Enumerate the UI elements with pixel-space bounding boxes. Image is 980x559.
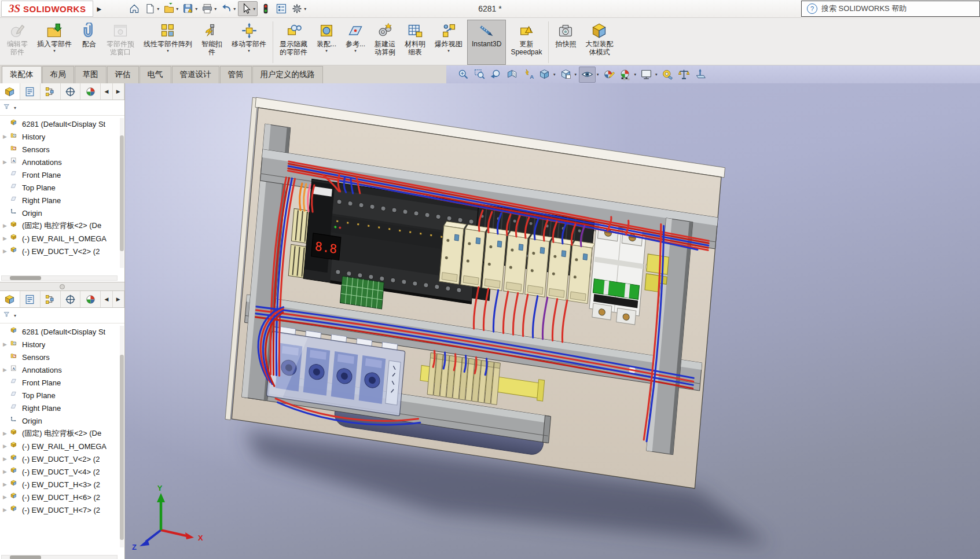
tree-item[interactable]: ▶(固定) 电控背板<2> (De bbox=[0, 427, 124, 440]
tab-layout[interactable]: 布局 bbox=[42, 66, 74, 83]
panel-scroll-right-button[interactable]: ▶ bbox=[113, 291, 124, 307]
insert-component-button[interactable]: 插入零部件▾ bbox=[32, 20, 76, 65]
tree-item[interactable]: ▶(-) EW_DUCT_V<2> (2 bbox=[0, 453, 124, 465]
expand-arrow-icon[interactable]: ▶ bbox=[2, 223, 8, 229]
dropdown-caret-icon[interactable]: ▾ bbox=[655, 72, 658, 77]
displaymanager-tab[interactable] bbox=[80, 291, 101, 307]
horizontal-scrollbar[interactable] bbox=[1, 275, 118, 281]
show-hidden-components-button[interactable]: 显示隐藏 的零部件 bbox=[275, 20, 312, 65]
tree-item[interactable]: Right Plane bbox=[0, 402, 124, 414]
dropdown-caret-icon[interactable]: ▾ bbox=[233, 6, 236, 12]
expand-arrow-icon[interactable]: ▶ bbox=[2, 367, 8, 373]
dropdown-caret-icon[interactable]: ▾ bbox=[248, 49, 250, 53]
tree-item[interactable]: ▶(-) EW_RAIL_H_OMEGA bbox=[0, 232, 124, 245]
menu-expand-arrow-icon[interactable]: ▶ bbox=[97, 6, 101, 12]
open-button[interactable]: ▾ bbox=[162, 2, 180, 16]
filter-caret-icon[interactable]: ▾ bbox=[14, 313, 16, 318]
expand-arrow-icon[interactable]: ▶ bbox=[2, 469, 8, 475]
tab-user-defined-routes[interactable]: 用户定义的线路 bbox=[252, 66, 324, 83]
zoom-to-fit-button[interactable] bbox=[456, 67, 471, 82]
save-button[interactable]: ▾ bbox=[181, 2, 199, 16]
instant3d-move-button[interactable] bbox=[692, 67, 708, 82]
panel-scroll-right-button[interactable]: ▶ bbox=[113, 83, 124, 100]
tree-item[interactable]: Sensors bbox=[0, 351, 124, 363]
tab-tubing[interactable]: 管筒 bbox=[220, 66, 252, 83]
panel-scroll-left-button[interactable]: ◀ bbox=[101, 83, 112, 100]
expand-arrow-icon[interactable]: ▶ bbox=[2, 236, 8, 241]
dropdown-caret-icon[interactable]: ▾ bbox=[553, 72, 556, 77]
dimxpertmanager-tab[interactable] bbox=[61, 291, 81, 307]
expand-arrow-icon[interactable]: ▶ bbox=[2, 443, 8, 449]
dropdown-caret-icon[interactable]: ▾ bbox=[176, 6, 178, 12]
dropdown-caret-icon[interactable]: ▾ bbox=[325, 49, 328, 53]
tree-item[interactable]: ▶(-) EW_DUCT_H<3> (2 bbox=[0, 478, 124, 491]
dropdown-caret-icon[interactable]: ▾ bbox=[167, 49, 169, 53]
dropdown-caret-icon[interactable]: ▾ bbox=[304, 6, 306, 12]
expand-arrow-icon[interactable]: ▶ bbox=[2, 507, 8, 513]
displaymanager-tab[interactable] bbox=[80, 83, 101, 100]
apply-scene-button[interactable] bbox=[618, 67, 633, 82]
tab-routing-piping[interactable]: 管道设计 bbox=[172, 66, 219, 83]
expand-arrow-icon[interactable]: ▶ bbox=[2, 341, 8, 347]
tree-item[interactable]: Origin bbox=[0, 414, 124, 427]
tree-item[interactable]: ▶(-) EW_DUCT_H<7> (2 bbox=[0, 503, 124, 516]
mate-button[interactable]: 配合 bbox=[76, 20, 102, 65]
dropdown-caret-icon[interactable]: ▾ bbox=[354, 49, 357, 53]
vertical-scrollbar[interactable] bbox=[120, 326, 124, 547]
expand-arrow-icon[interactable]: ▶ bbox=[2, 248, 8, 254]
measure-button[interactable] bbox=[660, 67, 676, 82]
tree-item[interactable]: ▶AAnnotations bbox=[0, 363, 124, 376]
tree-item[interactable]: ▶(-) EW_RAIL_H_OMEGA bbox=[0, 440, 124, 453]
tree-item[interactable]: ▶(固定) 电控背板<2> (De bbox=[0, 219, 124, 232]
tree-item[interactable]: 6281 (Default<Display St bbox=[0, 325, 124, 338]
expand-arrow-icon[interactable]: ▶ bbox=[2, 159, 8, 165]
expand-arrow-icon[interactable]: ▶ bbox=[2, 456, 8, 462]
previous-view-button[interactable] bbox=[488, 67, 504, 82]
dimxpertmanager-tab[interactable] bbox=[61, 83, 81, 100]
configurationmanager-tab[interactable] bbox=[41, 291, 61, 307]
move-component-button[interactable]: 移动零部件▾ bbox=[227, 20, 271, 65]
panel-scroll-left-button[interactable]: ◀ bbox=[101, 291, 112, 307]
dropdown-caret-icon[interactable]: ▾ bbox=[253, 6, 255, 12]
hide-show-items-button[interactable] bbox=[579, 67, 596, 83]
large-assembly-mode-button[interactable]: 大型装配 体模式 bbox=[581, 20, 618, 65]
dropdown-caret-icon[interactable]: ▾ bbox=[214, 6, 216, 12]
dropdown-caret-icon[interactable]: ▾ bbox=[447, 49, 450, 53]
view-orientation-button[interactable] bbox=[537, 67, 552, 82]
tab-sketch[interactable]: 草图 bbox=[75, 66, 107, 83]
expand-arrow-icon[interactable]: ▶ bbox=[2, 494, 8, 500]
featuremanager-tab[interactable] bbox=[0, 291, 20, 307]
featuremanager-tab[interactable] bbox=[0, 83, 20, 100]
performance-evaluation-button[interactable] bbox=[258, 2, 273, 16]
tree-item[interactable]: ▶(-) EW_DUCT_V<2> (2 bbox=[0, 245, 124, 258]
section-view-button[interactable] bbox=[504, 67, 520, 82]
view-settings-button[interactable] bbox=[638, 67, 654, 82]
tree-item[interactable]: Origin bbox=[0, 207, 124, 219]
edit-appearance-button[interactable] bbox=[601, 67, 617, 82]
tree-filter[interactable]: ▾ bbox=[0, 100, 124, 116]
tree-item[interactable]: ▶(-) EW_DUCT_H<6> (2 bbox=[0, 491, 124, 503]
dropdown-caret-icon[interactable]: ▾ bbox=[195, 6, 197, 12]
tab-evaluate[interactable]: 评估 bbox=[107, 66, 139, 83]
panel-splitter[interactable] bbox=[0, 282, 124, 291]
propertymanager-tab[interactable] bbox=[20, 83, 41, 100]
zoom-to-area-button[interactable] bbox=[472, 67, 487, 82]
bill-of-materials-button[interactable]: 材料明 细表 bbox=[400, 20, 430, 65]
tree-filter[interactable]: ▾ bbox=[0, 308, 124, 323]
propertymanager-tab[interactable] bbox=[20, 291, 41, 307]
linear-component-pattern-button[interactable]: 线性零部件阵列▾ bbox=[139, 20, 197, 65]
vertical-scrollbar[interactable] bbox=[120, 118, 124, 268]
new-motion-study-button[interactable]: 新建运 动算例 bbox=[370, 20, 400, 65]
new-document-button[interactable]: ▾ bbox=[142, 2, 161, 16]
home-button[interactable] bbox=[127, 2, 142, 16]
expand-arrow-icon[interactable]: ▶ bbox=[2, 134, 8, 139]
tree-item[interactable]: ▶AAnnotations bbox=[0, 156, 124, 168]
tab-electrical[interactable]: 电气 bbox=[140, 66, 171, 83]
graphics-area[interactable]: 8.8 bbox=[125, 83, 980, 559]
task-list-button[interactable] bbox=[274, 2, 289, 16]
options-button[interactable]: ▾ bbox=[289, 2, 308, 16]
horizontal-scrollbar[interactable] bbox=[1, 555, 118, 559]
select-tool-button[interactable]: ▾ bbox=[238, 1, 258, 16]
dropdown-caret-icon[interactable]: ▾ bbox=[157, 6, 159, 12]
take-snapshot-button[interactable]: 拍快照 bbox=[550, 20, 581, 65]
